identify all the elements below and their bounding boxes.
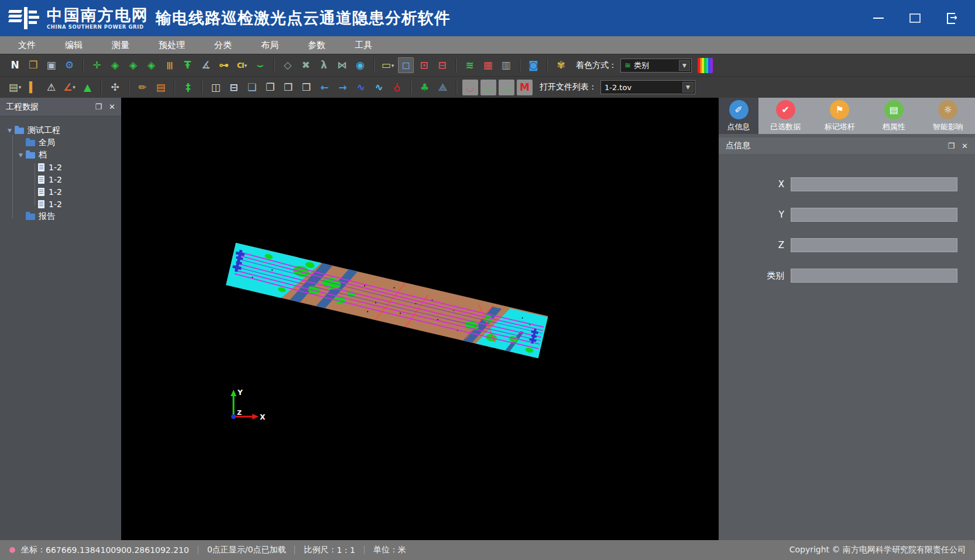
prev-window-icon[interactable]: ❒ — [280, 80, 296, 95]
next-window-icon[interactable]: ❒ — [298, 80, 314, 95]
locate-pin-icon[interactable]: ⚲ — [389, 80, 405, 95]
close-panel-icon[interactable]: ✕ — [962, 142, 968, 150]
menu-item-1[interactable]: 文件 — [4, 36, 50, 54]
minimize-button[interactable] — [872, 12, 885, 25]
rect-select-icon[interactable]: ▭▾ — [380, 57, 396, 73]
layer-stack-icon[interactable]: ≋ — [462, 57, 478, 73]
open-file-icon[interactable]: ❐ — [25, 57, 41, 73]
cut-points-icon[interactable]: ⋈ — [334, 57, 350, 73]
north-arrow-icon[interactable]: ▲ — [80, 80, 95, 95]
tree-item-span-2[interactable]: 1-2 — [0, 173, 121, 185]
ruler-icon[interactable]: ▍ — [25, 80, 41, 95]
angle-marker-icon[interactable]: ∠▾ — [61, 80, 77, 95]
tab-span-props[interactable]: ▤档属性 — [874, 98, 914, 134]
new-file-icon[interactable]: N — [7, 57, 23, 73]
cascade-windows-icon[interactable]: ❏ — [244, 80, 260, 95]
menu-item-8[interactable]: 工具 — [340, 36, 387, 54]
tree-item-project[interactable]: ▼测试工程 — [0, 124, 121, 136]
screenshot-camera-icon[interactable]: ◙ — [526, 57, 541, 73]
grid-visibility-icon[interactable]: ▥ — [498, 57, 514, 73]
tab-mark-tower[interactable]: ⚑标记塔杆 — [820, 98, 860, 134]
measure-angle-icon[interactable]: ∡ — [198, 57, 214, 73]
multi-section-icon[interactable]: ||| — [162, 57, 177, 73]
move-icon[interactable]: ✛ — [89, 57, 105, 73]
palette-icon[interactable]: ✾ — [553, 57, 569, 73]
key-tool-icon[interactable]: ⊶ — [216, 57, 232, 73]
split-vertical-icon[interactable]: ◫ — [208, 80, 224, 95]
polygon-select-icon[interactable]: ◇ — [280, 57, 296, 73]
restore-panel-icon[interactable]: ❐ — [95, 103, 102, 111]
profile-polyline-icon[interactable]: ∿ — [353, 80, 369, 95]
chevron-down-icon: ▾ — [392, 63, 394, 68]
tree-item-global[interactable]: 全局 — [0, 136, 121, 149]
menu-item-5[interactable]: 分类 — [200, 36, 246, 54]
grid-delete-icon[interactable]: ▦ — [480, 57, 496, 73]
close-panel-icon[interactable]: ✕ — [109, 103, 115, 111]
warning-marker-icon[interactable]: ⚠ — [43, 80, 59, 95]
profile-polyline-alt-icon[interactable]: ∿ — [371, 80, 387, 95]
save-icon[interactable]: ▣ — [43, 57, 59, 73]
menu-item-6[interactable]: 布局 — [246, 36, 293, 54]
tree-item-report[interactable]: 报告 — [0, 210, 121, 222]
select-inside-icon[interactable]: ◻ — [398, 57, 414, 73]
view-points-icon[interactable]: ◉ — [352, 57, 368, 73]
vegetation-icon[interactable]: ♣ — [417, 80, 432, 95]
classify-tree-icon[interactable]: λ — [316, 57, 332, 73]
file-icon — [38, 176, 44, 184]
rainbow-legend-icon[interactable] — [698, 58, 713, 73]
maximize-button[interactable] — [908, 12, 921, 25]
select-invert-icon[interactable]: ⊟ — [434, 57, 450, 73]
tree-item-spans[interactable]: ▼档 — [0, 149, 121, 161]
menu-item-3[interactable]: 测量 — [97, 36, 144, 54]
tab-selected-data[interactable]: ✔已选数据 — [765, 98, 805, 134]
tree-item-span-1[interactable]: 1-2 — [0, 161, 121, 173]
span-curve-danger-icon[interactable]: ◡ — [462, 80, 478, 95]
align-axis-icon[interactable]: ‡ — [180, 80, 196, 95]
span-curve-alt-icon[interactable]: ◡ — [499, 80, 514, 95]
split-horizontal-icon[interactable]: ⊟ — [226, 80, 242, 95]
expander-open-icon[interactable]: ▼ — [6, 128, 13, 133]
measure-m-icon[interactable]: M — [517, 80, 533, 95]
sag-curve-icon[interactable]: ⌣ — [252, 57, 268, 73]
clean-brush-icon[interactable]: ✏ — [135, 80, 150, 95]
tower-model-icon[interactable]: ⟁ — [435, 80, 451, 95]
forward-icon[interactable]: → — [335, 80, 351, 95]
open-file-list-select[interactable]: 1-2.tov ▼ — [600, 80, 695, 94]
tab-smart-impact[interactable]: ☼智能影响 — [928, 98, 968, 134]
span-curve-safe-icon[interactable]: ◡ — [480, 80, 496, 95]
select-outside-icon-glyph: ⊡ — [420, 60, 428, 70]
next-window-icon-glyph: ❒ — [302, 83, 311, 92]
menu-item-7[interactable]: 参数 — [293, 36, 340, 54]
unit-value: 米 — [398, 545, 406, 555]
tile-windows-icon[interactable]: ❐ — [262, 80, 278, 95]
node-edit-icon[interactable]: ✣ — [107, 80, 123, 95]
settings-icon[interactable]: ⚙ — [61, 57, 77, 73]
cross-section-follow-icon[interactable]: ◈ — [125, 57, 141, 73]
key-tool-icon-glyph: ⊶ — [219, 60, 229, 70]
logo-name-cn: 中国南方电网 — [47, 7, 149, 23]
back-icon[interactable]: ← — [317, 80, 332, 95]
point-cloud-canvas[interactable]: Y X Z — [121, 98, 719, 540]
restore-panel-icon[interactable]: ❐ — [947, 142, 955, 150]
cross-section-free-icon[interactable]: ◈ — [143, 57, 159, 73]
tab-point-info[interactable]: ✐点信息 — [719, 98, 758, 134]
menu-item-4[interactable]: 预处理 — [144, 36, 200, 54]
tree-item-span-3[interactable]: 1-2 — [0, 185, 121, 198]
measure-height-icon[interactable]: Ŧ — [180, 57, 195, 73]
select-outside-icon[interactable]: ⊡ — [416, 57, 432, 73]
comb-filter-icon[interactable]: ▤ — [153, 80, 169, 95]
tree-item-span-4[interactable]: 1-2 — [0, 198, 121, 210]
point-z-input[interactable] — [791, 238, 957, 252]
expander-open-icon[interactable]: ▼ — [17, 152, 25, 158]
point-y-input[interactable] — [791, 208, 957, 222]
point-category-input[interactable] — [791, 269, 957, 283]
viewport-3d[interactable]: Y X Z — [121, 98, 719, 540]
exit-button[interactable] — [945, 12, 957, 25]
cross-section-icon[interactable]: ◈ — [107, 57, 123, 73]
cancel-select-icon[interactable]: ✖ — [298, 57, 314, 73]
point-x-input[interactable] — [791, 177, 957, 191]
coloring-mode-select[interactable]: ≋ 类别 ▼ — [620, 59, 692, 73]
clearance-ci-icon[interactable]: CI▾ — [234, 57, 250, 73]
snap-mode-icon[interactable]: ▤▾ — [7, 80, 23, 95]
menu-item-2[interactable]: 编辑 — [50, 36, 97, 54]
